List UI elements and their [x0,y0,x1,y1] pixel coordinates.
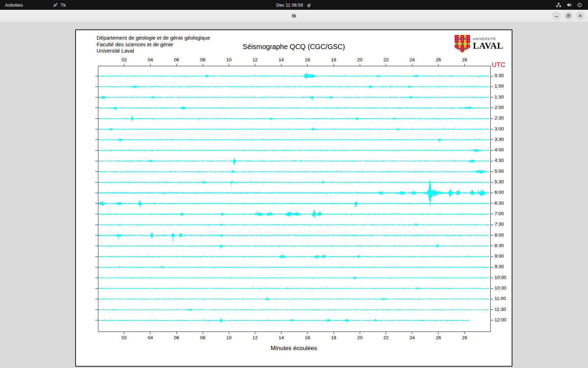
row-time-label: 7:30 [495,222,504,227]
x-tick-label-bottom: 04 [148,335,153,340]
row-tick-right [491,214,493,214]
row-tick-left [95,87,98,87]
row-tick-left [95,193,98,193]
x-tick-label-top: 26 [436,57,441,62]
x-tick-label-top: 22 [383,57,388,62]
row-tick-right [491,76,493,76]
x-tick-label-bottom: 06 [174,335,179,340]
row-tick-right [491,235,493,236]
row-tick-right [491,129,493,129]
row-time-label: 2:00 [495,105,504,110]
x-tick-bottom [150,332,150,334]
x-tick-bottom [464,332,465,334]
x-tick-bottom [176,332,177,334]
seismogram-traces [98,66,490,332]
row-tick-right [491,97,493,97]
row-time-label: 7:00 [495,211,504,216]
desktop: Activities Tk Dec 11 06:59 [0,0,588,368]
close-button[interactable] [576,11,585,20]
row-tick-left [95,171,98,172]
restore-icon [566,13,571,18]
x-tick-top [438,64,439,66]
x-tick-top [360,64,360,66]
row-tick-left [95,225,98,225]
row-tick-left [95,108,98,108]
x-tick-label-top: 20 [357,57,362,62]
x-tick-label-bottom: 14 [279,335,284,340]
row-tick-left [95,257,98,257]
row-tick-right [491,171,493,172]
row-tick-left [95,309,98,310]
row-time-label: 6:30 [495,200,504,206]
volume-icon [566,2,572,8]
row-time-label: 10:00 [495,275,506,280]
row-time-label: 3:30 [495,137,504,142]
row-tick-left [95,97,98,97]
network-wired-icon [556,2,561,8]
row-tick-right [491,278,493,278]
x-tick-label-bottom: 22 [383,335,388,340]
x-tick-top [150,64,150,66]
row-tick-right [491,267,493,267]
row-tick-right [491,193,493,193]
row-time-label: 9:00 [495,253,504,259]
x-tick-bottom [438,332,439,334]
x-tick-label-top: 06 [174,57,179,62]
x-tick-bottom [124,332,124,334]
x-tick-label-top: 04 [148,57,153,62]
row-tick-left [95,182,98,183]
row-tick-right [491,118,493,119]
x-tick-bottom [281,332,281,334]
row-tick-left [95,267,98,267]
tk-window-content: Département de géologie et de génie géol… [0,22,588,368]
window-titlebar[interactable]: tk [0,10,588,22]
row-tick-right [491,299,493,299]
system-status-area[interactable] [553,0,585,10]
x-tick-label-top: 24 [410,57,415,62]
focused-app-menu[interactable]: Tk [48,0,70,10]
seismograph-image: Département de géologie et de génie géol… [75,29,512,367]
x-tick-label-bottom: 10 [226,335,231,340]
row-time-label: 11:30 [495,307,506,312]
x-tick-label-top: 02 [121,57,127,62]
activities-button[interactable]: Activities [0,0,28,10]
clock-menu[interactable]: Dec 11 06:59 [276,0,312,10]
row-tick-left [95,214,98,214]
restore-button[interactable] [564,11,573,20]
row-tick-right [491,309,493,310]
row-time-label: 4:00 [495,147,504,152]
x-tick-top [307,64,308,66]
x-tick-top [203,64,203,66]
row-time-label: 11:00 [495,296,506,301]
x-tick-label-bottom: 28 [462,335,467,340]
row-time-label: 2:30 [495,115,504,121]
x-tick-bottom [255,332,255,334]
row-tick-right [491,257,493,257]
x-tick-top [334,64,334,66]
gnome-top-bar: Activities Tk Dec 11 06:59 [0,0,588,10]
x-tick-label-top: 08 [200,57,205,62]
row-time-label: 4:30 [495,158,504,163]
x-tick-top [255,64,255,66]
row-tick-left [95,150,98,151]
row-tick-left [95,235,98,236]
x-tick-label-bottom: 24 [410,335,415,340]
row-tick-left [95,76,98,76]
row-time-label: 1:00 [495,83,504,89]
row-tick-left [95,299,98,299]
row-time-label: 10:30 [495,285,506,291]
row-tick-left [95,129,98,129]
row-tick-right [491,87,493,87]
window-title: tk [0,10,588,22]
x-tick-top [412,64,412,66]
row-tick-left [95,278,98,278]
plot-layer: 0202040406060808101012121414161618182020… [76,30,512,366]
tk-icon [53,2,58,8]
x-tick-top [229,64,229,66]
minimize-button[interactable] [552,11,561,20]
row-time-label: 8:00 [495,232,504,238]
row-time-label: 3:00 [495,126,504,131]
x-tick-bottom [360,332,360,334]
x-tick-label-top: 12 [252,57,258,62]
close-icon [578,13,583,18]
